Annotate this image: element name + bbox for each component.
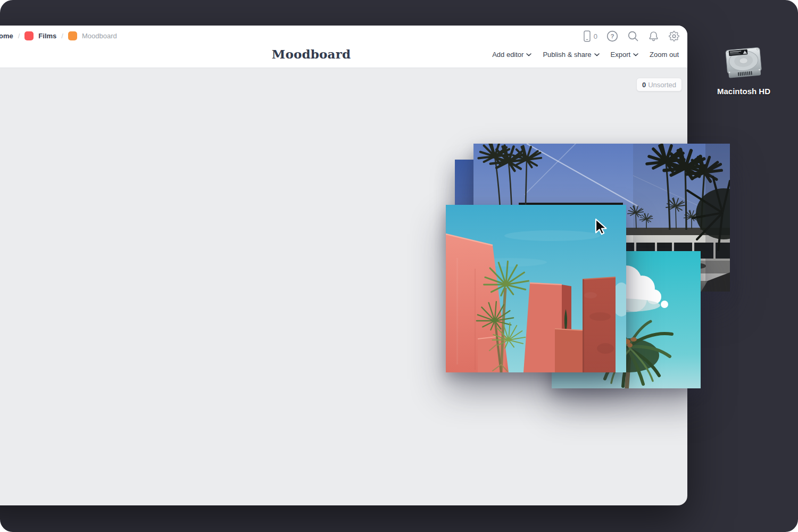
breadcrumb-separator: / (18, 32, 20, 40)
macintosh-hd-icon[interactable]: Macintosh HD (712, 45, 776, 96)
svg-text:?: ? (610, 33, 614, 39)
notifications-button[interactable] (648, 30, 659, 42)
moodboard-board-icon (68, 31, 77, 40)
export-button[interactable]: Export (611, 51, 639, 59)
breadcrumb-item-moodboard: Moodboard (82, 32, 117, 40)
chevron-down-icon (594, 53, 600, 56)
screen: ome / Films / Moodboard 0 (0, 0, 798, 532)
page-title: Moodboard (272, 47, 351, 61)
breadcrumb: ome / Films / Moodboard (0, 30, 117, 41)
add-editor-button[interactable]: Add editor (492, 51, 531, 59)
unsorted-count: 0 (642, 81, 646, 89)
breadcrumb-separator: / (61, 32, 63, 40)
device-indicator[interactable]: 0 (583, 30, 597, 43)
device-count: 0 (594, 32, 597, 40)
hard-drive-icon (723, 45, 764, 81)
chevron-down-icon (526, 53, 531, 56)
films-board-icon (24, 31, 34, 40)
unsorted-label: Unsorted (648, 81, 676, 89)
breadcrumb-item-films[interactable]: Films (38, 32, 56, 40)
coral-architecture-photo[interactable] (446, 205, 626, 372)
breadcrumb-item-home[interactable]: ome (0, 32, 13, 40)
unsorted-badge[interactable]: 0 Unsorted (636, 78, 682, 92)
mobile-device-icon (583, 30, 592, 43)
chevron-down-icon (633, 53, 638, 56)
zoom-out-button[interactable]: Zoom out (650, 51, 679, 59)
drive-label: Macintosh HD (712, 87, 776, 96)
search-icon (627, 30, 639, 42)
settings-button[interactable] (668, 30, 680, 42)
bell-icon (648, 30, 659, 42)
toolbar: Add editor Publish & share Export Zoom o… (492, 51, 679, 59)
help-button[interactable]: ? (606, 30, 618, 42)
help-icon: ? (606, 30, 618, 42)
publish-share-button[interactable]: Publish & share (543, 51, 599, 59)
search-button[interactable] (627, 30, 639, 42)
app-header: ome / Films / Moodboard 0 (0, 26, 687, 68)
header-icon-row: 0 ? (583, 29, 680, 44)
gear-icon (668, 30, 680, 42)
